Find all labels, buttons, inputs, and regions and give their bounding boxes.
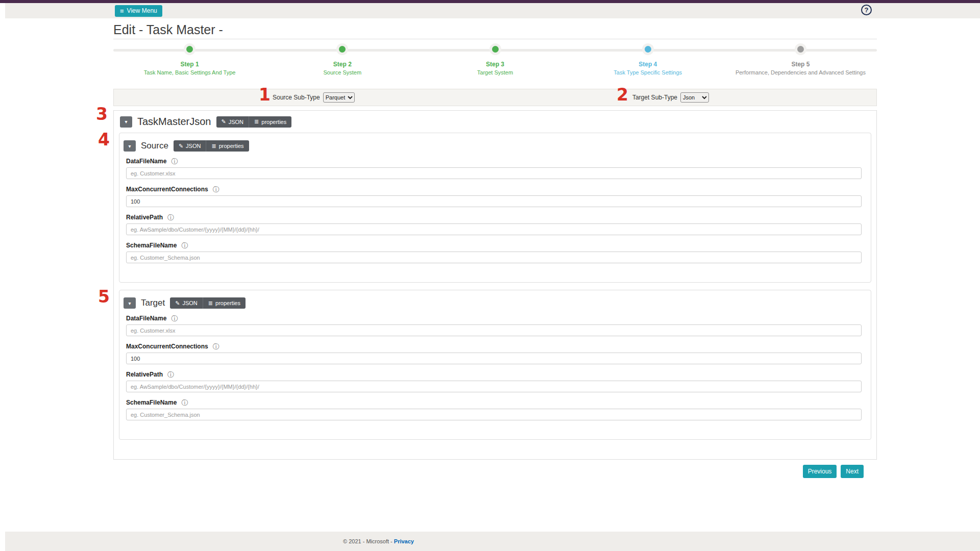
target-relativepath-input[interactable] xyxy=(126,381,862,392)
source-subtype-label: Source Sub-Type xyxy=(273,94,320,101)
target-relativepath-field: RelativePath ⓘ xyxy=(126,371,862,392)
step-5-label: Step 5 xyxy=(724,61,877,68)
collapse-target-button[interactable]: ▾ xyxy=(124,297,136,309)
step-5-dot xyxy=(797,46,804,53)
root-section-title: TaskMasterJson xyxy=(137,116,211,128)
source-relativepath-input[interactable] xyxy=(126,223,862,235)
info-icon: ⓘ xyxy=(181,399,188,406)
step-2-dot xyxy=(339,46,346,53)
view-menu-button[interactable]: ≡ View Menu xyxy=(115,5,162,17)
subtype-bar: 1 Source Sub-Type Parquet 2 Target Sub-T… xyxy=(113,89,877,106)
task-master-json-panel: 3 ▾ TaskMasterJson ✎ JSON ≣ properties 4… xyxy=(113,110,877,460)
target-json-button[interactable]: ✎ JSON xyxy=(170,297,203,309)
target-properties-button[interactable]: ≣ properties xyxy=(203,297,246,309)
step-1-sublabel: Task Name, Basic Settings And Type xyxy=(113,69,266,76)
wizard-actions: Previous Next xyxy=(113,465,877,478)
target-subtype-group: 2 Target Sub-Type Json xyxy=(632,92,709,103)
target-schemafilename-field: SchemaFileName ⓘ xyxy=(126,399,862,420)
pencil-icon: ✎ xyxy=(222,119,226,124)
step-3-label: Step 3 xyxy=(419,61,571,68)
footer: © 2021 - Microsoft - Privacy xyxy=(5,532,980,551)
copyright-text: © 2021 - Microsoft - xyxy=(343,538,393,544)
source-schemafilename-input[interactable] xyxy=(126,252,862,263)
info-icon: ⓘ xyxy=(167,371,174,378)
pencil-icon: ✎ xyxy=(175,300,180,306)
target-section: 5 ▾ Target ✎ JSON ≣ properties DataFileN… xyxy=(119,290,871,440)
wizard-stepper: Step 1 Task Name, Basic Settings And Typ… xyxy=(113,39,877,76)
step-3-dot xyxy=(492,46,499,53)
chevron-down-icon: ▾ xyxy=(128,143,131,149)
collapse-root-button[interactable]: ▾ xyxy=(120,116,132,128)
step-3-sublabel: Target System xyxy=(419,69,571,76)
step-2-sublabel: Source System xyxy=(266,69,419,76)
chevron-down-icon: ▾ xyxy=(125,119,127,124)
next-button[interactable]: Next xyxy=(841,465,864,478)
step-2[interactable]: Step 2 Source System xyxy=(266,43,419,76)
root-json-button[interactable]: ✎ JSON xyxy=(216,116,250,128)
collapse-source-button[interactable]: ▾ xyxy=(124,140,136,152)
chevron-down-icon: ▾ xyxy=(128,300,131,306)
target-section-header: 5 ▾ Target ✎ JSON ≣ properties xyxy=(119,294,871,315)
info-icon: ⓘ xyxy=(213,186,219,193)
info-icon: ⓘ xyxy=(167,214,174,221)
source-schemafilename-field: SchemaFileName ⓘ xyxy=(126,242,862,263)
source-datafilename-input[interactable] xyxy=(126,167,862,179)
source-datafilename-field: DataFileName ⓘ xyxy=(126,158,862,179)
source-json-button[interactable]: ✎ JSON xyxy=(174,140,207,152)
target-section-title: Target xyxy=(141,298,165,308)
step-4[interactable]: Step 4 Task Type Specific Settings xyxy=(572,43,724,76)
step-4-label: Step 4 xyxy=(572,61,724,68)
target-datafilename-field: DataFileName ⓘ xyxy=(126,315,862,336)
help-icon[interactable]: ? xyxy=(861,5,872,15)
source-subtype-group: 1 Source Sub-Type Parquet xyxy=(273,92,355,103)
source-subtype-select[interactable]: Parquet xyxy=(323,92,355,103)
target-schemafilename-input[interactable] xyxy=(126,409,862,420)
annotation-2: 2 xyxy=(617,86,628,103)
annotation-1: 1 xyxy=(259,86,271,103)
target-maxconcurrentconnections-field: MaxConcurrentConnections ⓘ xyxy=(126,343,862,364)
info-icon: ⓘ xyxy=(171,315,178,322)
list-icon: ≣ xyxy=(208,300,213,306)
step-4-sublabel: Task Type Specific Settings xyxy=(572,69,724,76)
annotation-3: 3 xyxy=(96,106,108,122)
list-icon: ≣ xyxy=(211,143,216,149)
source-maxconcurrentconnections-input[interactable] xyxy=(126,195,862,207)
root-properties-button[interactable]: ≣ properties xyxy=(249,116,291,128)
target-maxconcurrentconnections-input[interactable] xyxy=(126,353,862,364)
source-section-title: Source xyxy=(141,141,168,151)
annotation-4: 4 xyxy=(98,131,110,148)
step-5-sublabel: Performance, Dependencies and Advanced S… xyxy=(724,69,877,76)
target-subtype-select[interactable]: Json xyxy=(680,92,709,103)
annotation-5: 5 xyxy=(98,288,110,305)
source-properties-button[interactable]: ≣ properties xyxy=(206,140,249,152)
target-subtype-label: Target Sub-Type xyxy=(632,94,677,101)
step-1[interactable]: Step 1 Task Name, Basic Settings And Typ… xyxy=(113,43,266,76)
info-icon: ⓘ xyxy=(213,343,219,350)
app-header: ≡ View Menu ? xyxy=(5,3,980,18)
step-1-label: Step 1 xyxy=(113,61,266,68)
target-datafilename-input[interactable] xyxy=(126,324,862,336)
info-icon: ⓘ xyxy=(181,242,188,249)
source-section: 4 ▾ Source ✎ JSON ≣ properties DataFileN… xyxy=(119,133,871,283)
step-1-dot xyxy=(186,46,193,53)
pencil-icon: ✎ xyxy=(179,143,183,149)
info-icon: ⓘ xyxy=(171,158,178,165)
list-icon: ≣ xyxy=(254,119,259,124)
previous-button[interactable]: Previous xyxy=(803,465,837,478)
source-relativepath-field: RelativePath ⓘ xyxy=(126,214,862,235)
menu-icon: ≡ xyxy=(120,8,124,14)
privacy-link[interactable]: Privacy xyxy=(394,538,414,544)
view-menu-label: View Menu xyxy=(127,7,157,14)
source-maxconcurrentconnections-field: MaxConcurrentConnections ⓘ xyxy=(126,186,862,207)
source-section-header: 4 ▾ Source ✎ JSON ≣ properties xyxy=(119,137,871,158)
page-title: Edit - Task Master - xyxy=(113,22,980,37)
root-section-header: 3 ▾ TaskMasterJson ✎ JSON ≣ properties xyxy=(114,111,876,133)
step-5[interactable]: Step 5 Performance, Dependencies and Adv… xyxy=(724,43,877,76)
step-3[interactable]: Step 3 Target System xyxy=(419,43,571,76)
step-4-dot xyxy=(645,46,651,53)
step-2-label: Step 2 xyxy=(266,61,419,68)
